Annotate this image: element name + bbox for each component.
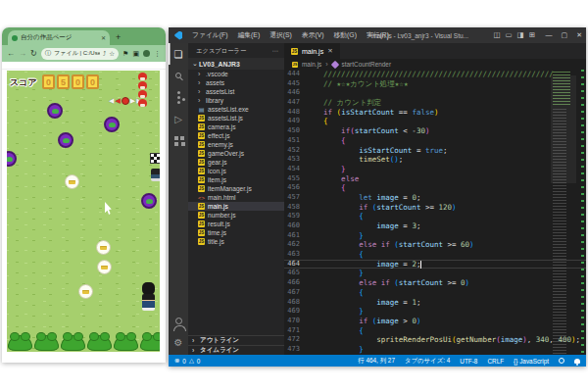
code-editor[interactable]: 444 ////////////////////////////////////… xyxy=(284,70,586,355)
code-line[interactable]: 467 { xyxy=(284,288,586,298)
errors-icon[interactable]: ⊗ xyxy=(174,357,179,365)
layout-toggle-icon[interactable]: ◨ xyxy=(517,27,524,43)
breadcrumb[interactable]: JS main.js › startCountRender xyxy=(284,59,586,70)
activity-source-control-icon[interactable] xyxy=(169,86,188,108)
sidebar-section-アウトライン[interactable]: ›アウトライン xyxy=(188,335,284,345)
layout-toggle-icon[interactable]: ▭ xyxy=(506,27,513,43)
tab-close-icon[interactable]: ✕ xyxy=(101,34,106,41)
code-line[interactable]: 459 { xyxy=(284,212,586,221)
code-line[interactable]: 468 image = 1; xyxy=(284,298,586,308)
browser-tab[interactable]: 自分の作品ページ ✕ xyxy=(8,30,110,45)
code-line[interactable]: 445 // ★☆★カウント処理★☆★ xyxy=(284,79,586,89)
breadcrumb-symbol[interactable]: startCountRender xyxy=(342,61,391,68)
code-line[interactable]: 453 timeSet(); xyxy=(284,155,586,165)
menu-item[interactable]: ファイル(F) xyxy=(187,27,233,43)
status-segment[interactable]: 行 464, 列 27 xyxy=(358,357,395,366)
status-segment[interactable]: UTF-8 xyxy=(460,358,477,365)
tree-item-item.js[interactable]: JSitem.js xyxy=(188,175,284,184)
menu-item[interactable]: 編集(E) xyxy=(233,27,266,43)
menu-item[interactable]: 選択(S) xyxy=(265,27,297,43)
menu-item[interactable]: ⋯ xyxy=(394,27,411,43)
tab-mainjs[interactable]: JS main.js ✕ xyxy=(284,43,341,59)
tree-item-assetsList[interactable]: ›assetsList xyxy=(188,87,284,96)
tree-item-number.js[interactable]: JSnumber.js xyxy=(188,211,284,220)
code-line[interactable]: 454 } xyxy=(284,165,586,174)
tree-item-time.js[interactable]: JStime.js xyxy=(188,228,284,237)
address-bar[interactable]: ⓘ ファイル | C:/User... ⤴ ☆ xyxy=(41,48,119,60)
profile-avatar[interactable] xyxy=(143,50,150,57)
code-line[interactable]: 464 image = 2; xyxy=(284,260,586,270)
minimap[interactable] xyxy=(551,70,576,355)
tree-item-itemManager.js[interactable]: JSitemManager.js xyxy=(188,184,284,193)
tree-item-.vscode[interactable]: ›.vscode xyxy=(188,70,284,78)
activity-extensions-icon[interactable] xyxy=(169,129,188,151)
code-line[interactable]: 451 { xyxy=(284,136,586,146)
tree-item-main.html[interactable]: <>main.html xyxy=(188,193,284,202)
code-line[interactable]: 465 } xyxy=(284,269,586,278)
code-line[interactable]: 457 let image = 0; xyxy=(284,193,586,203)
game-canvas[interactable]: スコア 0500 ◀◀▶▶ xyxy=(7,71,160,352)
code-line[interactable]: 455 else xyxy=(284,174,586,184)
tree-item-icon.js[interactable]: JSicon.js xyxy=(188,167,284,175)
code-line[interactable]: 461 } xyxy=(284,231,586,241)
tree-item-gameOver.js[interactable]: JSgameOver.js xyxy=(188,149,284,158)
site-info-icon[interactable]: ⓘ xyxy=(45,49,52,58)
code-line[interactable]: 447 // カウント判定 xyxy=(284,98,586,108)
reload-icon[interactable]: ↻ xyxy=(30,50,37,58)
tree-item-title.js[interactable]: JStitle.js xyxy=(188,237,284,246)
code-line[interactable]: 452 isStartCount = true; xyxy=(284,146,586,156)
menu-item[interactable]: 実行(R) xyxy=(362,27,394,43)
tree-item-library[interactable]: ›library xyxy=(188,96,284,105)
back-icon[interactable]: ← xyxy=(7,50,15,58)
flag-toolbar-icon[interactable]: ⚑ xyxy=(122,50,128,58)
explorer-more-icon[interactable]: ⋯ xyxy=(272,47,278,56)
close-icon[interactable]: ✕ xyxy=(576,27,582,43)
warnings-icon[interactable]: △ xyxy=(189,357,194,365)
extensions-toolbar-icon[interactable]: ▣ xyxy=(132,50,139,58)
status-segment[interactable]: {} JavaScript xyxy=(514,358,549,365)
tree-item-gear.js[interactable]: JSgear.js xyxy=(188,158,284,167)
sidebar-section-タイムライン[interactable]: ›タイムライン xyxy=(188,345,284,355)
tree-item-assetsList.js[interactable]: JSassetsList.js xyxy=(188,114,284,122)
tree-item-result.js[interactable]: JSresult.js xyxy=(188,220,284,228)
forward-icon[interactable]: → xyxy=(19,50,26,58)
activity-search-icon[interactable] xyxy=(169,65,188,86)
menu-item[interactable]: 表示(V) xyxy=(297,27,329,43)
overview-ruler[interactable] xyxy=(581,70,584,355)
code-line[interactable]: 448 if (isStartCount == false) xyxy=(284,108,586,118)
tree-item-camera.js[interactable]: JScamera.js xyxy=(188,122,284,131)
code-line[interactable]: 473 } xyxy=(284,345,586,355)
share-icon[interactable]: ⤴ xyxy=(103,50,106,57)
vscode-window-controls[interactable]: —▢✕ xyxy=(546,27,583,43)
tab-close-icon[interactable]: ✕ xyxy=(327,47,332,55)
status-segment[interactable]: タブのサイズ: 4 xyxy=(405,357,450,366)
code-line[interactable]: 450 if(startCount < -30) xyxy=(284,126,586,136)
tree-item-enemy.js[interactable]: JSenemy.js xyxy=(188,140,284,149)
new-tab-button[interactable]: + xyxy=(116,31,121,43)
tree-item-assets[interactable]: ›assets xyxy=(188,78,284,87)
maximize-icon[interactable]: ▢ xyxy=(562,27,568,43)
activity-explorer-icon[interactable]: ❏ xyxy=(169,43,188,65)
browser-menu-icon[interactable]: ⋮ xyxy=(154,50,161,58)
bell-icon[interactable] xyxy=(574,359,580,364)
minimize-icon[interactable]: — xyxy=(546,27,553,43)
code-line[interactable]: 466 else if (startCount >= 0) xyxy=(284,278,586,288)
breadcrumb-file[interactable]: main.js xyxy=(302,61,321,68)
menu-item[interactable]: 移動(G) xyxy=(328,27,361,43)
code-line[interactable]: 463 { xyxy=(284,250,586,260)
code-line[interactable]: 471 { xyxy=(284,326,586,336)
bookmark-star-icon[interactable]: ☆ xyxy=(109,50,115,58)
activity-run-debug-icon[interactable]: ▷ xyxy=(169,108,188,129)
tree-item-effect.js[interactable]: JSeffect.js xyxy=(188,131,284,140)
code-line[interactable]: 444 ////////////////////////////////////… xyxy=(284,70,586,79)
account-icon[interactable] xyxy=(169,310,188,331)
code-line[interactable]: 446 xyxy=(284,88,586,98)
code-line[interactable]: 469 } xyxy=(284,307,586,317)
explorer-root-folder[interactable]: ⌄ LV03_ANJR3 xyxy=(188,58,284,70)
layout-toggle-icon[interactable]: ◫ xyxy=(493,27,500,43)
settings-gear-icon[interactable]: ⚙ xyxy=(169,331,188,353)
code-line[interactable]: 456 { xyxy=(284,183,586,193)
layout-toggle-icon[interactable]: ⊞ xyxy=(529,27,535,43)
layout-icons[interactable]: ◫▭◨⊞ xyxy=(493,27,535,43)
code-line[interactable]: 449 { xyxy=(284,117,586,126)
